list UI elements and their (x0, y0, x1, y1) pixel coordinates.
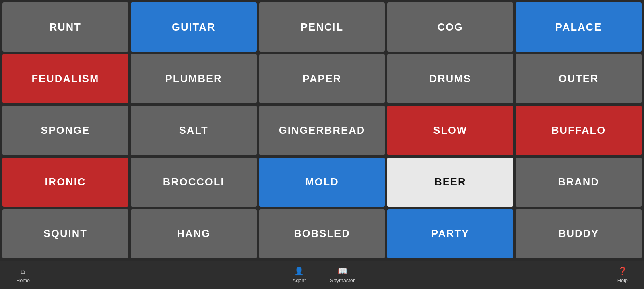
card-beer[interactable]: BEER (387, 158, 513, 207)
card-buffalo[interactable]: BUFFALO (516, 106, 642, 155)
spymaster-icon: 📖 (338, 266, 347, 276)
card-brand[interactable]: BRAND (516, 158, 642, 207)
agent-icon: 👤 (294, 266, 304, 276)
card-party[interactable]: PARTY (387, 209, 513, 258)
card-squint[interactable]: SQUINT (2, 209, 128, 258)
bottom-bar: ⌂ Home 👤 Agent 📖 Spymaster ❓ Help (0, 261, 644, 289)
home-button[interactable]: ⌂ Home (16, 267, 30, 283)
card-slow[interactable]: SLOW (387, 106, 513, 155)
card-bobsled[interactable]: BOBSLED (259, 209, 385, 258)
card-mold[interactable]: MOLD (259, 158, 385, 207)
agent-label: Agent (293, 277, 306, 283)
game-board: RUNTGUITARPENCILCOGPALACEFEUDALISMPLUMBE… (0, 0, 644, 261)
card-drums[interactable]: DRUMS (387, 54, 513, 103)
spymaster-label: Spymaster (330, 277, 355, 283)
card-buddy[interactable]: BUDDY (516, 209, 642, 258)
card-guitar[interactable]: GUITAR (131, 2, 257, 52)
card-ironic[interactable]: IRONIC (2, 158, 128, 207)
card-salt[interactable]: SALT (131, 106, 257, 155)
agent-button[interactable]: 👤 Agent (293, 266, 306, 283)
home-icon: ⌂ (21, 267, 25, 276)
card-pencil[interactable]: PENCIL (259, 2, 385, 52)
card-hang[interactable]: HANG (131, 209, 257, 258)
center-buttons: 👤 Agent 📖 Spymaster (293, 266, 355, 283)
card-cog[interactable]: COG (387, 2, 513, 52)
card-outer[interactable]: OUTER (516, 54, 642, 103)
card-runt[interactable]: RUNT (2, 2, 128, 52)
card-broccoli[interactable]: BROCCOLI (131, 158, 257, 207)
help-icon: ❓ (618, 266, 627, 276)
card-sponge[interactable]: SPONGE (2, 106, 128, 155)
help-button[interactable]: ❓ Help (617, 266, 628, 283)
card-paper[interactable]: PAPER (259, 54, 385, 103)
card-palace[interactable]: PALACE (516, 2, 642, 52)
home-label: Home (16, 277, 30, 283)
help-label: Help (617, 277, 628, 283)
card-gingerbread[interactable]: GINGERBREAD (259, 106, 385, 155)
spymaster-button[interactable]: 📖 Spymaster (330, 266, 355, 283)
card-feudalism[interactable]: FEUDALISM (2, 54, 128, 103)
card-plumber[interactable]: PLUMBER (131, 54, 257, 103)
